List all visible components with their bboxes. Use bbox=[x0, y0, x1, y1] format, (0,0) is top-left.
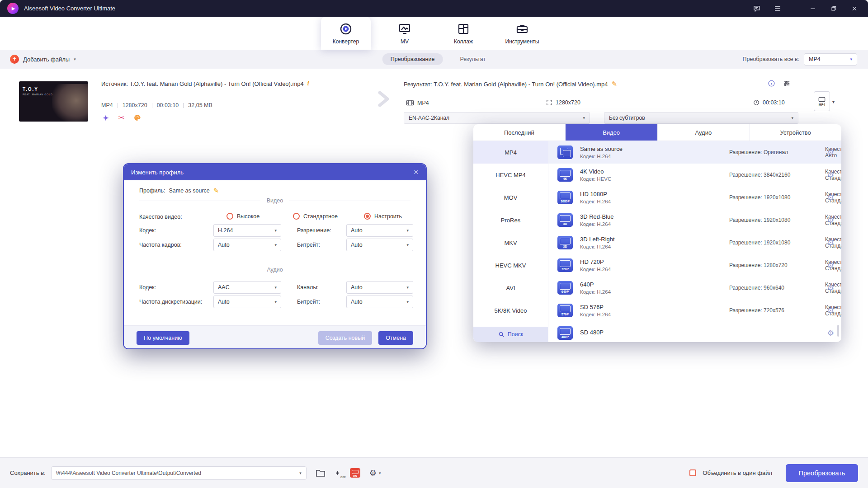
high-speed-toggle[interactable]: OFF bbox=[335, 469, 341, 477]
maximize-button[interactable] bbox=[829, 4, 838, 13]
feedback-icon[interactable] bbox=[752, 4, 761, 13]
picker-tab-video[interactable]: Видео bbox=[566, 124, 658, 141]
segment-result[interactable]: Результат bbox=[460, 56, 486, 62]
output-path-select[interactable]: \#\444\Aiseesoft Video Converter Ultimat… bbox=[51, 466, 307, 480]
profile-settings-gear[interactable]: ⚙ bbox=[827, 216, 834, 224]
effects-button[interactable] bbox=[102, 114, 109, 122]
main-tab-bar: Конвертер MV Коллаж Инструменты bbox=[0, 17, 868, 50]
tab-mv[interactable]: MV bbox=[380, 17, 429, 50]
profile-row[interactable]: 720P HD 720PКодек: H.264 Разрешение: 128… bbox=[548, 254, 841, 277]
tab-collage[interactable]: Коллаж bbox=[439, 17, 488, 50]
subtitle-select[interactable]: Без субтитров ▾ bbox=[604, 112, 798, 124]
trim-button[interactable]: ✂ bbox=[118, 114, 124, 122]
sidebar-item-hevc-mkv[interactable]: HEVC MKV bbox=[473, 254, 548, 277]
radio-quality-custom[interactable]: Настроить bbox=[364, 213, 402, 220]
sidebar-item-5k8k[interactable]: 5K/8K Video bbox=[473, 299, 548, 322]
sidebar-item-avi[interactable]: AVI bbox=[473, 277, 548, 299]
profile-settings-gear[interactable]: ⚙ bbox=[827, 194, 834, 202]
video-thumbnail[interactable]: T.O.Y FEAT. MARIAN GOLD bbox=[19, 81, 88, 122]
close-button[interactable] bbox=[850, 4, 859, 13]
profile-row[interactable]: Same as sourceКодек: H.264 Разрешение: О… bbox=[548, 141, 841, 164]
profile-settings-gear[interactable]: ⚙ bbox=[827, 329, 834, 337]
audio-track-select[interactable]: EN-AAC-2Канал ▾ bbox=[404, 112, 590, 124]
chevron-down-icon: ▾ bbox=[583, 116, 585, 120]
profile-row[interactable]: 576P SD 576PКодек: H.264 Разрешение: 720… bbox=[548, 299, 841, 322]
star-icon bbox=[102, 114, 109, 122]
subtitle-value: Без субтитров bbox=[609, 115, 645, 121]
open-folder-button[interactable] bbox=[316, 469, 326, 477]
convert-button[interactable]: Преобразовать bbox=[786, 464, 858, 482]
audio-track-value: EN-AAC-2Канал bbox=[409, 115, 449, 121]
sidebar-item-hevc-mp4[interactable]: HEVC MP4 bbox=[473, 164, 548, 186]
output-format-caret-icon[interactable]: ▾ bbox=[832, 99, 835, 104]
profile-settings-gear[interactable]: ⚙ bbox=[827, 262, 834, 269]
samplerate-select[interactable]: Auto▾ bbox=[213, 296, 281, 308]
dialog-close-button[interactable]: ✕ bbox=[413, 169, 419, 176]
picker-tab-audio[interactable]: Аудио bbox=[658, 124, 750, 141]
profile-icon: 576P bbox=[557, 304, 573, 317]
video-bitrate-select[interactable]: Auto▾ bbox=[346, 239, 413, 251]
channels-select[interactable]: Auto▾ bbox=[346, 281, 413, 294]
video-resolution-select[interactable]: Auto▾ bbox=[346, 224, 413, 237]
profile-settings-gear[interactable]: ⚙ bbox=[827, 284, 834, 292]
radio-quality-high[interactable]: Высокое bbox=[226, 213, 259, 220]
source-info-icon[interactable]: i bbox=[307, 80, 309, 87]
minimize-button[interactable] bbox=[808, 4, 817, 13]
convert-arrow-icon bbox=[378, 91, 390, 107]
segment-convert[interactable]: Преобразование bbox=[382, 53, 443, 65]
dialog-title: Изменить профиль bbox=[131, 169, 184, 176]
scrollbar-thumb[interactable] bbox=[837, 325, 839, 337]
merge-checkbox[interactable] bbox=[689, 469, 696, 476]
profile-row[interactable]: 4K 4K VideoКодек: HEVC Разрешение: 3840x… bbox=[548, 164, 841, 186]
rename-icon[interactable]: ✎ bbox=[611, 80, 617, 88]
profile-row[interactable]: 1080P HD 1080PКодек: H.264 Разрешение: 1… bbox=[548, 186, 841, 209]
profile-settings-gear[interactable]: ⚙ bbox=[827, 171, 834, 179]
sidebar-item-mov[interactable]: MOV bbox=[473, 186, 548, 209]
toolbox-icon bbox=[515, 22, 529, 36]
profile-settings-gear[interactable]: ⚙ bbox=[827, 239, 834, 247]
menu-icon[interactable] bbox=[773, 4, 782, 13]
result-info-icon[interactable] bbox=[768, 80, 775, 87]
audio-codec-select[interactable]: AAC▾ bbox=[213, 281, 281, 294]
output-format-value: MP4 bbox=[417, 100, 429, 106]
sidebar-item-prores[interactable]: ProRes bbox=[473, 209, 548, 231]
profile-settings-gear[interactable]: ⚙ bbox=[827, 149, 834, 156]
tab-label: Конвертер bbox=[333, 38, 359, 45]
sidebar-item-mkv[interactable]: MKV bbox=[473, 231, 548, 254]
search-button[interactable]: Поиск bbox=[473, 327, 548, 342]
bottom-bar: Сохранить в: \#\444\Aiseesoft Video Conv… bbox=[0, 457, 868, 488]
profile-settings-gear[interactable]: ⚙ bbox=[827, 307, 834, 314]
video-codec-select[interactable]: H.264▾ bbox=[213, 224, 281, 237]
adjust-sliders-icon[interactable] bbox=[783, 80, 791, 87]
profile-row[interactable]: 3D 3D Left-RightКодек: H.264 Разрешение:… bbox=[548, 231, 841, 254]
default-button[interactable]: По умолчанию bbox=[137, 331, 189, 345]
edit-profile-name-icon[interactable]: ✎ bbox=[213, 187, 219, 195]
profile-row[interactable]: 640P 640PКодек: H.264 Разрешение: 960x64… bbox=[548, 277, 841, 299]
picker-tab-device[interactable]: Устройство bbox=[750, 124, 841, 141]
convert-all-select[interactable]: MP4 ▾ bbox=[804, 53, 857, 66]
channels-label: Каналы: bbox=[297, 284, 319, 291]
radio-quality-standard[interactable]: Стандартное bbox=[293, 213, 338, 220]
image-enhance-toggle[interactable]: ON bbox=[350, 468, 360, 478]
profile-list: Same as sourceКодек: H.264 Разрешение: О… bbox=[548, 141, 841, 342]
settings-gear-button[interactable]: ⚙ ▾ bbox=[369, 469, 381, 477]
result-title: Результат: T.O.Y. feat. Marian Gold (Alp… bbox=[404, 81, 608, 88]
framerate-select[interactable]: Auto▾ bbox=[213, 239, 281, 251]
tab-toolbox[interactable]: Инструменты bbox=[497, 17, 547, 50]
profile-row[interactable]: 480P SD 480P ⚙ bbox=[548, 322, 841, 342]
save-to-label: Сохранить в: bbox=[10, 469, 46, 476]
chevron-down-icon: ▾ bbox=[379, 471, 381, 475]
create-new-button[interactable]: Создать новый bbox=[318, 331, 372, 345]
palette-button[interactable] bbox=[133, 114, 141, 122]
app-title: Aiseesoft Video Converter Ultimate bbox=[24, 5, 115, 12]
picker-tab-latest[interactable]: Последний bbox=[473, 124, 566, 141]
tab-converter[interactable]: Конвертер bbox=[321, 17, 371, 50]
profile-row[interactable]: 3D 3D Red-BlueКодек: H.264 Разрешение: 1… bbox=[548, 209, 841, 231]
audio-codec-label: Кодек: bbox=[139, 284, 156, 291]
audio-bitrate-select[interactable]: Auto▾ bbox=[346, 296, 413, 308]
cancel-button[interactable]: Отмена bbox=[378, 331, 413, 345]
add-files-button[interactable]: + Добавить файлы ▾ bbox=[10, 50, 76, 69]
output-format-button[interactable]: MP4 bbox=[814, 91, 830, 111]
source-meta: MP4 1280x720 00:03:10 32,05 MB bbox=[101, 102, 212, 108]
sidebar-item-mp4[interactable]: MP4 bbox=[473, 141, 548, 164]
